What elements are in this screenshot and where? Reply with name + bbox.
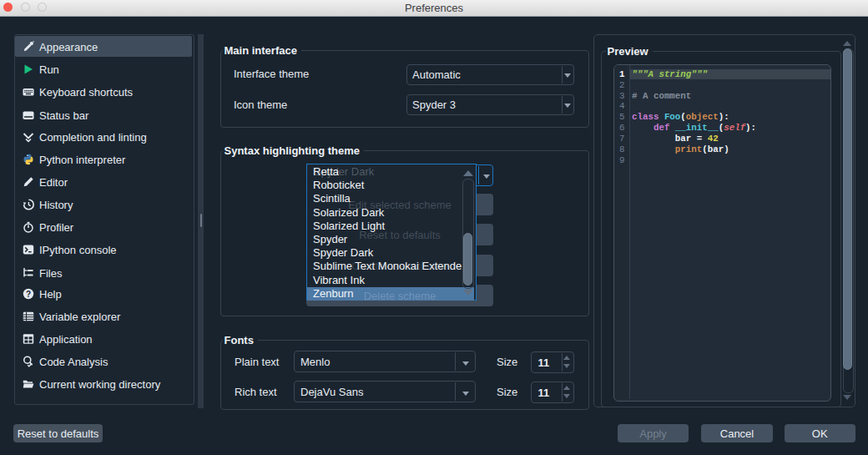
svg-text:?: ? bbox=[26, 290, 31, 299]
